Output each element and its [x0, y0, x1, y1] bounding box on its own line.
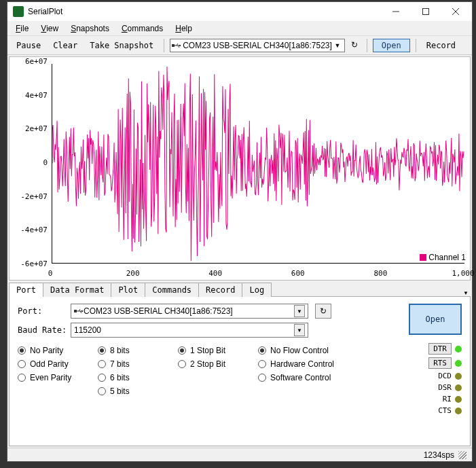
- rts-button[interactable]: RTS: [428, 357, 452, 369]
- radio-5-bits[interactable]: 5 bits: [98, 386, 163, 396]
- menu-file[interactable]: File: [10, 22, 34, 35]
- radio-no-parity[interactable]: No Parity: [18, 346, 83, 355]
- cts-led: [455, 408, 462, 414]
- baud-value: 115200: [74, 325, 101, 335]
- radio-7-bits[interactable]: 7 bits: [98, 359, 163, 369]
- toolbar-separator: [164, 39, 164, 52]
- radio-6-bits[interactable]: 6 bits: [98, 373, 163, 382]
- radio-8-bits[interactable]: 8 bits: [98, 346, 163, 355]
- plot-canvas[interactable]: [52, 64, 464, 264]
- radio-hardware-control[interactable]: Hardware Control: [258, 359, 353, 369]
- record-button[interactable]: Record: [422, 39, 460, 52]
- tab-commands[interactable]: Commands: [145, 283, 199, 297]
- y-tick-label: -4e+07: [20, 226, 48, 234]
- x-tick-label: 1,000: [452, 269, 474, 278]
- legend: Channel 1: [420, 253, 466, 262]
- toolbar-separator: [416, 39, 416, 52]
- dsr-label: DSR: [433, 383, 452, 392]
- x-tick-label: 800: [373, 269, 387, 278]
- menu-commands[interactable]: Commands: [116, 22, 168, 35]
- port-panel: Port: COM23 USB-SERIAL CH340[1a86:7523] …: [9, 297, 471, 446]
- toolbar-port-text: COM23 USB-SERIAL CH340[1a86:7523]: [183, 41, 332, 50]
- legend-label: Channel 1: [428, 253, 466, 262]
- toolbar-separator: [367, 39, 367, 52]
- baud-selector[interactable]: 115200 ▼: [71, 323, 308, 338]
- y-axis: 6e+07 4e+07 2e+07 0 -2e+07 -4e+07 -6e+07: [10, 61, 50, 264]
- radio-2-stop-bit[interactable]: 2 Stop Bit: [178, 359, 243, 369]
- clear-button[interactable]: Clear: [48, 39, 82, 52]
- svg-rect-4: [172, 44, 175, 47]
- tab-log[interactable]: Log: [242, 283, 272, 297]
- ri-led: [455, 396, 462, 403]
- tab-strip: Port Data Format Plot Commands Record Lo…: [9, 282, 471, 297]
- dtr-button[interactable]: DTR: [428, 343, 452, 355]
- svg-point-11: [81, 310, 83, 312]
- databits-group: 8 bits 7 bits 6 bits 5 bits: [98, 346, 163, 396]
- serial-options: No Parity Odd Parity Even Parity 8 bits …: [18, 346, 462, 396]
- resize-grip-icon[interactable]: [458, 451, 466, 459]
- tab-port[interactable]: Port: [9, 283, 43, 297]
- open-button[interactable]: Open: [409, 304, 462, 335]
- toolbar-refresh-button[interactable]: ↻: [348, 39, 361, 51]
- maximize-button[interactable]: [411, 2, 441, 21]
- x-tick-label: 0: [48, 269, 53, 278]
- menu-help[interactable]: Help: [170, 22, 198, 35]
- menu-view[interactable]: View: [35, 22, 64, 35]
- plot-area: 6e+07 4e+07 2e+07 0 -2e+07 -4e+07 -6e+07…: [9, 56, 471, 281]
- take-snapshot-button[interactable]: Take Snapshot: [85, 39, 158, 52]
- parity-group: No Parity Odd Parity Even Parity: [18, 346, 83, 396]
- tab-plot[interactable]: Plot: [111, 283, 145, 297]
- window-title: SerialPlot: [28, 7, 381, 16]
- toolbar: Pause Clear Take Snapshot COM23 USB-SERI…: [7, 36, 472, 55]
- port-selector[interactable]: COM23 USB-SERIAL CH340[1a86:7523] ▼: [71, 304, 308, 319]
- radio-no-flow-control[interactable]: No Flow Control: [258, 346, 353, 355]
- x-tick-label: 600: [291, 269, 305, 278]
- dcd-label: DCD: [433, 372, 452, 380]
- y-tick-label: 2e+07: [25, 124, 48, 133]
- port-refresh-button[interactable]: ↻: [315, 304, 331, 319]
- tab-overflow-icon[interactable]: ▼: [461, 290, 471, 297]
- chevron-down-icon: ▼: [332, 42, 343, 49]
- toolbar-port-selector[interactable]: COM23 USB-SERIAL CH340[1a86:7523] ▼: [170, 39, 345, 52]
- rts-led: [455, 360, 462, 367]
- app-icon: [13, 6, 24, 17]
- minimize-button[interactable]: [381, 2, 411, 21]
- chevron-down-icon: ▼: [294, 324, 305, 336]
- y-tick-label: 6e+07: [25, 57, 48, 66]
- radio-odd-parity[interactable]: Odd Parity: [18, 359, 83, 369]
- usb-icon: [74, 308, 84, 314]
- svg-rect-1: [423, 9, 429, 15]
- tab-data-format[interactable]: Data Format: [43, 283, 111, 297]
- baud-label: Baud Rate:: [18, 325, 68, 335]
- dcd-led: [455, 373, 462, 380]
- chevron-down-icon: ▼: [294, 305, 305, 317]
- close-button[interactable]: [441, 2, 471, 21]
- dtr-led: [455, 346, 462, 353]
- cts-label: CTS: [433, 406, 452, 415]
- menu-snapshots[interactable]: Snapshots: [65, 22, 115, 35]
- y-tick-label: 4e+07: [25, 90, 48, 99]
- radio-1-stop-bit[interactable]: 1 Stop Bit: [178, 346, 243, 355]
- y-tick-label: -2e+07: [20, 192, 48, 200]
- toolbar-open-button[interactable]: Open: [373, 39, 410, 52]
- config-tabs: Port Data Format Plot Commands Record Lo…: [9, 282, 471, 448]
- sample-rate: 1234sps: [424, 450, 454, 460]
- usb-icon: [172, 42, 181, 49]
- tab-record[interactable]: Record: [198, 283, 242, 297]
- signal-indicators: DTR RTS DCD DSR RI CTS: [428, 343, 462, 415]
- dsr-led: [455, 384, 462, 391]
- x-tick-label: 200: [126, 269, 140, 278]
- radio-software-control[interactable]: Software Control: [258, 373, 353, 382]
- legend-swatch: [420, 254, 426, 261]
- statusbar: 1234sps: [7, 448, 472, 461]
- radio-even-parity[interactable]: Even Parity: [18, 373, 83, 382]
- flowcontrol-group: No Flow Control Hardware Control Softwar…: [258, 346, 353, 396]
- plot-line: [52, 64, 464, 263]
- x-tick-label: 400: [208, 269, 222, 278]
- port-label: Port:: [18, 306, 68, 316]
- stopbits-group: 1 Stop Bit 2 Stop Bit: [178, 346, 243, 396]
- ri-label: RI: [433, 395, 452, 403]
- port-value: COM23 USB-SERIAL CH340[1a86:7523]: [84, 306, 233, 316]
- y-tick-label: 0: [43, 158, 48, 167]
- pause-button[interactable]: Pause: [12, 39, 45, 52]
